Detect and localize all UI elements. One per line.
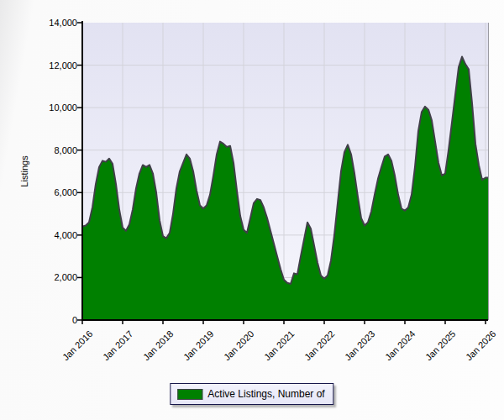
y-tick-label: 14,000 [24,17,77,29]
y-tick-label: 4,000 [24,229,77,241]
y-tick-label: 10,000 [24,102,77,113]
y-tick-label: 2,000 [24,271,77,283]
y-tick-label: 12,000 [24,60,77,71]
y-tick-label: 8,000 [24,144,77,156]
y-tick-label: 6,000 [24,186,77,198]
legend-series-label: Active Listings, Number of [207,388,324,400]
chart-canvas: Listings 02,0004,0006,0008,00010,00012,0… [0,0,504,420]
y-tick-label: 0 [24,314,77,326]
y-axis-title: Listings [19,129,31,213]
legend-swatch-icon [177,389,202,400]
legend: Active Listings, Number of [170,383,333,405]
